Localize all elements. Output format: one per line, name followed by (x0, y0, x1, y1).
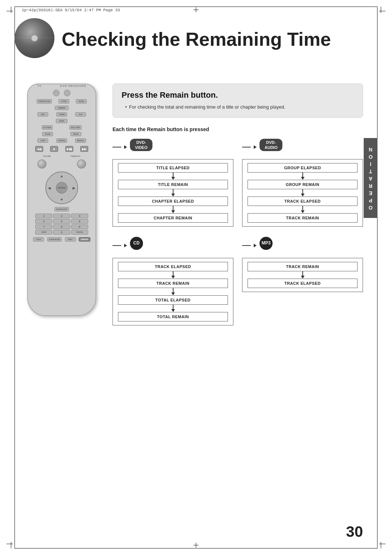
remote-tuner-btn[interactable]: TUNER (56, 112, 67, 117)
tick-bl-v (11, 542, 11, 548)
remote-tuning-knob[interactable] (77, 159, 86, 169)
remote-row-band: BAND (28, 118, 95, 124)
each-time-label: Each time the Remain button is pressed (113, 126, 363, 132)
title-area: 0101010101010101010101010101010101010101… (51, 22, 363, 50)
dvd-audio-item-2: TRACK ELAPSED (248, 197, 358, 206)
remote-stop-btn[interactable]: ■ (50, 146, 58, 152)
remote-dsp-eq-btn[interactable]: DSP/EQ (56, 138, 67, 143)
dvd-audio-flow: GROUP ELAPSED GROUP REMAIN TRACK ELAPSED… (242, 159, 363, 227)
tick-br-h (379, 544, 385, 544)
remote-num-0[interactable]: 0 (53, 230, 70, 235)
cd-section: CD TRACK ELAPSED TRACK REMAIN TOTAL ELAP… (113, 237, 233, 325)
tick-tr-v (381, 7, 381, 13)
remote-nav-right[interactable]: ▶ (73, 186, 75, 190)
disc-icon: 0101010101010101010101010101010101010101… (15, 18, 58, 62)
remote-aux-btn[interactable]: AUX (75, 112, 86, 117)
dvd-audio-section: DVD- AUDIO GROUP ELAPSED GROUP REMAIN TR… (242, 139, 363, 227)
remote-prev-btn[interactable]: ◀◀ (35, 146, 43, 152)
tick-bl-h (7, 544, 13, 544)
remote-band-btn[interactable]: BAND (56, 119, 68, 123)
mp3-item-1: TRACK ELAPSED (248, 279, 358, 288)
remote-nav-enter[interactable]: ENTER (56, 182, 68, 194)
page-title: Checking the Remaining Time (51, 22, 331, 50)
mp3-arrow-line (242, 245, 251, 246)
remote-move-btn[interactable]: MOVE (70, 132, 81, 136)
remote-row-ez: EZ VIEW DISC SKIP (28, 125, 95, 130)
remote-slow-btn[interactable]: SLOW (42, 132, 53, 136)
dvd-video-flow: TITLE ELAPSED TITLE REMAIN CHAPTER ELAPS… (113, 159, 233, 227)
cd-flow: TRACK ELAPSED TRACK REMAIN TOTAL ELAPSED… (113, 258, 233, 325)
press-box-title: Press the Remain button. (122, 90, 354, 100)
remote-nav-down[interactable]: ▼ (60, 198, 64, 202)
remote-num-4[interactable]: 4 (71, 214, 88, 218)
cd-arrow-line (113, 245, 121, 246)
remote-row-dimmer: DIMMER (28, 105, 95, 111)
cd-arrow-2 (118, 305, 228, 312)
remote-user-btn[interactable]: USER (35, 230, 52, 235)
remote-nav-left[interactable]: ◀ (48, 186, 51, 190)
remote-num-1[interactable]: 1 (35, 214, 52, 218)
remote-mode-btn[interactable]: MODE (76, 99, 87, 104)
cd-arrow-0 (118, 271, 228, 279)
mp3-arrow-0 (248, 271, 358, 279)
dvd-video-badge: DVD- VIDEO (130, 139, 152, 151)
main-content: Press the Remain button. •For checking t… (113, 84, 363, 533)
remote-next-btn[interactable]: ▶▶ (80, 146, 88, 152)
remote-row-sources: DVD TUNER AUX (28, 112, 95, 117)
remote-num-8[interactable]: 8 (53, 224, 70, 229)
dvd-video-arrow-2 (118, 206, 228, 213)
cd-item-2: TOTAL ELAPSED (118, 295, 228, 305)
remote-dest-btn[interactable]: DEST (65, 237, 76, 242)
remote-knobs (28, 159, 95, 169)
diagrams-top-row: DVD- VIDEO TITLE ELAPSED TITLE REMAIN CH… (113, 139, 363, 227)
dvd-video-arrow-1 (118, 189, 228, 197)
remote-slide-mode-btn[interactable]: SLIDE MODE (47, 237, 62, 242)
remote-vol-knob[interactable] (37, 159, 46, 169)
dvd-audio-arrow-0 (248, 173, 358, 180)
tick-tr-h (379, 11, 385, 11)
remote-disc-skip-btn[interactable]: DISC SKIP (69, 125, 82, 130)
remote-nav-up[interactable]: ▲ (60, 174, 64, 178)
dvd-audio-arrow-head (254, 145, 257, 149)
border-top (15, 7, 377, 7)
remote-body: TV DVD RECEIVER OPEN/CLOSE TV/VID MODE D… (27, 84, 96, 316)
dvd-video-arrow-line (113, 147, 121, 147)
remote-remain-btn[interactable]: REMAIN (79, 237, 90, 242)
remote-cancel-btn[interactable]: CANCEL (71, 230, 88, 235)
diagrams-bottom-row: CD TRACK ELAPSED TRACK REMAIN TOTAL ELAP… (113, 237, 363, 325)
remote-bottom-row: LOGO SLIDE MODE DEST REMAIN (28, 236, 95, 242)
cd-arrow-1 (118, 288, 228, 295)
remote-logo-btn[interactable]: LOGO (33, 237, 44, 242)
remote-play-pause-btn[interactable]: ▶▮▮ (65, 146, 73, 152)
remote-step-btn[interactable]: STEP (37, 138, 48, 143)
remote-dvd-btn[interactable]: DVD (37, 112, 48, 117)
cd-item-1: TRACK REMAIN (118, 279, 228, 288)
mp3-arrow-head (254, 244, 257, 247)
dvd-video-item-3: CHAPTER REMAIN (118, 213, 228, 223)
remote-ez-view-btn[interactable]: EZ VIEW (42, 125, 53, 130)
remote-num-6[interactable]: 6 (71, 219, 88, 224)
remote-open-close-btn[interactable]: OPEN/CLOSE (37, 99, 52, 104)
remote-dimmer-btn[interactable]: DIMMER (55, 106, 69, 110)
border-right (377, 7, 377, 548)
remote-nav-circle: ▲ ▼ ◀ ▶ ENTER (45, 171, 78, 204)
tick-br-v (381, 542, 381, 548)
remote-power-row (28, 90, 95, 96)
remote-num-2[interactable]: 2 (53, 214, 70, 218)
mp3-item-0: TRACK REMAIN (248, 262, 358, 271)
remote-num-5[interactable]: 5 (53, 219, 70, 224)
remote-num-9[interactable]: 9 (71, 224, 88, 229)
remote-brand: TV DVD RECEIVER (28, 84, 95, 88)
remote-tv-vid-btn[interactable]: TV/VID (58, 99, 69, 104)
remote-num-3[interactable]: 3 (35, 219, 52, 224)
header-info: 1p~42p(DS610)-SEA 9/15/04 2:47 PM Page 3… (22, 8, 120, 12)
remote-sound-edit-btn[interactable]: SOUND EDIT (54, 207, 69, 211)
remote-repeat-btn[interactable]: REPEAT (75, 138, 86, 143)
dvd-video-arrow-0 (118, 173, 228, 180)
dvd-audio-arrow-2 (248, 206, 358, 213)
remote-num-7[interactable]: 7 (35, 224, 52, 229)
remote-power-btn-2[interactable] (64, 90, 70, 96)
remote-power-btn-1[interactable] (53, 90, 60, 96)
dvd-video-item-0: TITLE ELAPSED (118, 163, 228, 173)
dvd-audio-item-1: GROUP REMAIN (248, 180, 358, 189)
